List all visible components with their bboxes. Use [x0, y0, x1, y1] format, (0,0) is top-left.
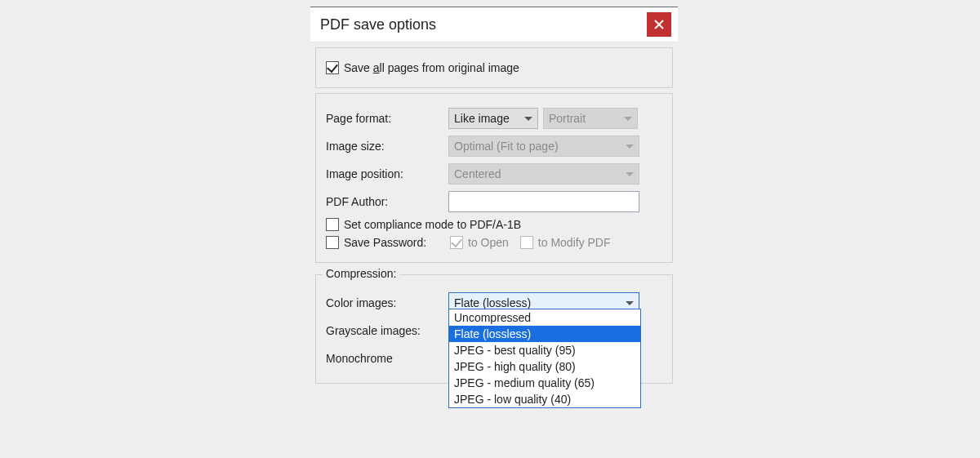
pdf-author-label: PDF Author:: [326, 195, 448, 208]
orientation-select: Portrait: [543, 108, 638, 129]
save-password-label: Save Password:: [344, 236, 450, 249]
compression-legend: Compression:: [323, 267, 399, 280]
password-to-modify-checkbox: [520, 236, 533, 249]
color-images-label: Color images:: [326, 296, 448, 309]
compliance-label: Set compliance mode to PDF/A-1B: [344, 218, 521, 231]
grayscale-images-label: Grayscale images:: [326, 324, 448, 337]
chevron-down-icon: [626, 145, 634, 149]
compliance-checkbox[interactable]: [326, 218, 339, 231]
page-format-label: Page format:: [326, 112, 448, 125]
save-all-pages-label: Save all pages from original image: [344, 61, 519, 74]
color-images-option[interactable]: JPEG - high quality (80): [449, 358, 640, 375]
save-all-pages-checkbox[interactable]: [326, 61, 339, 74]
save-all-pages-group: Save all pages from original image: [315, 47, 673, 88]
image-position-label: Image position:: [326, 167, 448, 180]
color-images-option[interactable]: Uncompressed: [449, 309, 640, 326]
image-position-select: Centered: [448, 163, 639, 185]
pdf-author-input[interactable]: [448, 191, 639, 212]
color-images-dropdown[interactable]: UncompressedFlate (lossless)JPEG - best …: [448, 309, 641, 408]
image-size-label: Image size:: [326, 140, 448, 153]
chevron-down-icon: [624, 117, 632, 121]
chevron-down-icon: [626, 172, 634, 176]
color-images-option[interactable]: JPEG - medium quality (65): [449, 375, 640, 391]
image-size-select: Optimal (Fit to page): [448, 136, 639, 157]
close-icon: [654, 20, 664, 29]
password-to-modify-label: to Modify PDF: [538, 236, 611, 249]
chevron-down-icon: [524, 117, 532, 121]
color-images-option[interactable]: JPEG - low quality (40): [449, 391, 640, 407]
pdf-save-options-dialog: PDF save options Save all pages from ori…: [310, 7, 678, 389]
password-to-open-checkbox: [450, 236, 463, 249]
color-images-option[interactable]: Flate (lossless): [449, 326, 640, 342]
page-format-select[interactable]: Like image: [448, 108, 538, 129]
save-password-checkbox[interactable]: [326, 236, 339, 249]
password-to-open-label: to Open: [468, 236, 509, 249]
close-button[interactable]: [647, 12, 671, 37]
chevron-down-icon: [626, 301, 634, 305]
page-settings-group: Page format: Like image Portrait Image s…: [315, 93, 673, 263]
compression-group: Compression: Color images: Flate (lossle…: [315, 274, 673, 384]
color-images-option[interactable]: JPEG - best quality (95): [449, 342, 640, 358]
monochrome-label: Monochrome: [326, 352, 448, 365]
dialog-body: Save all pages from original image Page …: [310, 42, 678, 389]
titlebar: PDF save options: [310, 7, 678, 42]
dialog-title: PDF save options: [320, 16, 647, 33]
